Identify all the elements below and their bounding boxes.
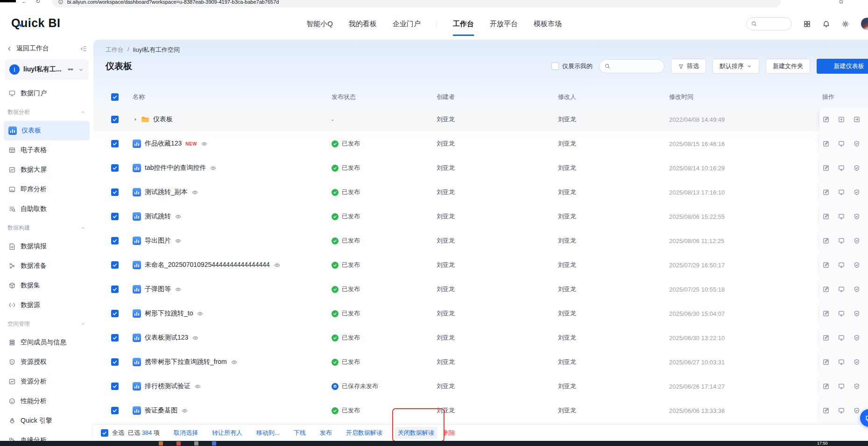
nav-item-6[interactable]: 模板市场 <box>534 8 562 40</box>
eye-icon[interactable] <box>181 407 188 414</box>
edit-action-icon[interactable] <box>822 164 830 172</box>
row-checkbox[interactable] <box>111 334 119 341</box>
sidebar-item-资源授权[interactable]: 资源授权 <box>0 352 93 372</box>
bell-icon[interactable] <box>822 20 830 28</box>
taskbar-app-icon[interactable] <box>159 441 163 446</box>
edit-action-icon[interactable] <box>822 383 830 390</box>
table-row[interactable]: 作品收藏123NEW已发布刘亚龙刘亚龙2025/08/15 16:46:16 <box>93 132 868 156</box>
footer-action-发布[interactable]: 发布 <box>320 429 332 437</box>
eye-icon[interactable] <box>192 334 199 341</box>
auth-action-icon[interactable] <box>853 140 861 147</box>
edit-action-icon[interactable] <box>822 140 830 147</box>
header-search-input[interactable] <box>746 17 792 30</box>
sidebar-item-数据门户[interactable]: 数据门户 <box>0 84 93 103</box>
row-checkbox[interactable] <box>111 188 119 196</box>
sidebar-section-数据分析[interactable]: 数据分析 <box>0 103 93 121</box>
footer-action-删除[interactable]: 删除 <box>443 429 455 437</box>
item-name[interactable]: 子弹图等 <box>145 285 171 293</box>
edit-action-icon[interactable] <box>822 310 830 317</box>
table-search-input[interactable] <box>599 59 664 73</box>
auth-action-icon[interactable] <box>853 358 861 366</box>
select-all-footer-checkbox[interactable] <box>101 429 108 437</box>
auth-action-icon[interactable] <box>853 334 861 341</box>
sidebar-item-数据大屏[interactable]: 数据大屏 <box>0 160 93 180</box>
sidebar-item-资源分析[interactable]: 资源分析 <box>0 372 93 391</box>
eye-icon[interactable] <box>274 262 281 269</box>
item-name[interactable]: 仪表板 <box>153 115 173 124</box>
user-avatar[interactable] <box>861 17 868 30</box>
sidebar-item-仪表板[interactable]: 仪表板 <box>4 121 90 140</box>
auth-action-icon[interactable] <box>853 261 861 269</box>
filter-button[interactable]: 筛选 <box>671 59 706 74</box>
row-checkbox[interactable] <box>111 213 119 220</box>
edit-action-icon[interactable] <box>822 116 830 123</box>
eye-icon[interactable] <box>191 189 198 196</box>
only-mine-checkbox[interactable] <box>551 63 559 70</box>
sidebar-section-数据构建[interactable]: 数据构建 <box>0 219 93 237</box>
edit-action-icon[interactable] <box>822 261 830 269</box>
monitor-action-icon[interactable] <box>838 237 845 244</box>
item-name[interactable]: 仪表板测试123 <box>145 334 188 342</box>
table-row[interactable]: 携带树形下拉查询跳转_from已发布刘亚龙刘亚龙2025/06/27 10:03… <box>93 350 868 374</box>
monitor-action-icon[interactable] <box>838 164 845 172</box>
monitor-action-icon[interactable] <box>838 358 845 366</box>
row-checkbox[interactable] <box>111 237 119 244</box>
taskbar-app-icon[interactable] <box>194 441 198 446</box>
nav-item-1[interactable]: 智能小Q <box>306 8 333 40</box>
nav-item-3[interactable]: 企业门户 <box>393 8 421 40</box>
row-checkbox[interactable] <box>111 261 119 269</box>
apps-grid-icon[interactable] <box>803 20 811 28</box>
row-checkbox[interactable] <box>111 407 119 414</box>
monitor-action-icon[interactable] <box>838 140 845 147</box>
auth-action-icon[interactable] <box>853 310 861 317</box>
sidebar-item-性能分析[interactable]: 性能分析 <box>0 391 93 411</box>
monitor-action-icon[interactable] <box>838 213 845 220</box>
auth-action-icon[interactable] <box>853 213 861 220</box>
eye-icon[interactable] <box>210 165 217 172</box>
table-row[interactable]: 测试跳转已发布刘亚龙刘亚龙2025/08/06 15:22:55 <box>93 204 868 229</box>
item-name[interactable]: 未命名_2025070109254444444444444444 <box>145 261 270 269</box>
gear-icon[interactable] <box>841 20 849 28</box>
row-checkbox[interactable] <box>111 164 119 172</box>
edit-action-icon[interactable] <box>822 188 830 196</box>
sidebar-item-血缘分析[interactable]: 血缘分析 <box>0 431 93 441</box>
sidebar-item-数据准备[interactable]: 数据准备 <box>0 256 93 276</box>
auth-action-icon[interactable] <box>853 164 861 172</box>
browser-reload-icon[interactable]: ↻ <box>35 0 40 5</box>
item-name[interactable]: 测试跳转 <box>145 212 171 221</box>
auth-action-icon[interactable] <box>853 237 861 244</box>
new-dashboard-button[interactable]: 新建仪表板 <box>817 59 868 74</box>
row-checkbox[interactable] <box>111 286 119 293</box>
taskbar-app-icon[interactable] <box>176 441 181 446</box>
auth-action-icon[interactable] <box>853 407 861 414</box>
item-name[interactable]: 作品收藏123 <box>145 139 182 148</box>
monitor-action-icon[interactable] <box>838 334 845 341</box>
nav-item-2[interactable]: 我的看板 <box>349 8 377 40</box>
workspace-switcher[interactable]: l liuyl私有工... <box>5 59 89 80</box>
table-row[interactable]: 仪表板测试123已发布刘亚龙刘亚龙2025/06/30 13:22:10 <box>93 326 868 350</box>
item-name[interactable]: 携带树形下拉查询跳转_from <box>145 358 227 366</box>
breadcrumb-workbench[interactable]: 工作台 <box>106 46 124 54</box>
item-name[interactable]: tab控件中的查询控件 <box>145 164 206 172</box>
taskbar-app-icon[interactable] <box>212 441 216 446</box>
monitor-action-icon[interactable] <box>838 310 845 317</box>
footer-action-转让所有人[interactable]: 转让所有人 <box>212 429 242 437</box>
sidebar-item-电子表格[interactable]: 电子表格 <box>0 140 93 160</box>
sort-dropdown[interactable]: 默认排序 <box>713 59 759 74</box>
eye-icon[interactable] <box>175 213 182 220</box>
eye-icon[interactable] <box>201 140 208 147</box>
table-row[interactable]: 仪表板-刘亚龙刘亚龙2022/04/08 14:49:49 <box>93 107 868 132</box>
edit-action-icon[interactable] <box>822 334 830 341</box>
table-row[interactable]: 子弹图等已发布刘亚龙刘亚龙2025/07/25 10:55:18 <box>93 277 868 301</box>
monitor-action-icon[interactable] <box>838 261 845 269</box>
table-row[interactable]: 排行榜测试验证B已保存未发布刘亚龙刘亚龙2025/06/26 17:14:27 <box>93 374 868 398</box>
back-to-workbench[interactable]: 返回工作台 <box>0 42 93 56</box>
collapse-sidebar-icon[interactable] <box>80 45 87 52</box>
row-checkbox[interactable] <box>111 383 119 390</box>
monitor-action-icon[interactable] <box>838 286 845 293</box>
nav-item-5[interactable]: 开放平台 <box>490 8 518 40</box>
item-name[interactable]: 测试跳转_副本 <box>145 188 188 196</box>
sidebar-item-自助取数[interactable]: 自助取数 <box>0 199 93 219</box>
item-name[interactable]: 排行榜测试验证 <box>145 382 191 390</box>
footer-action-移动到...[interactable]: 移动到... <box>256 429 280 437</box>
